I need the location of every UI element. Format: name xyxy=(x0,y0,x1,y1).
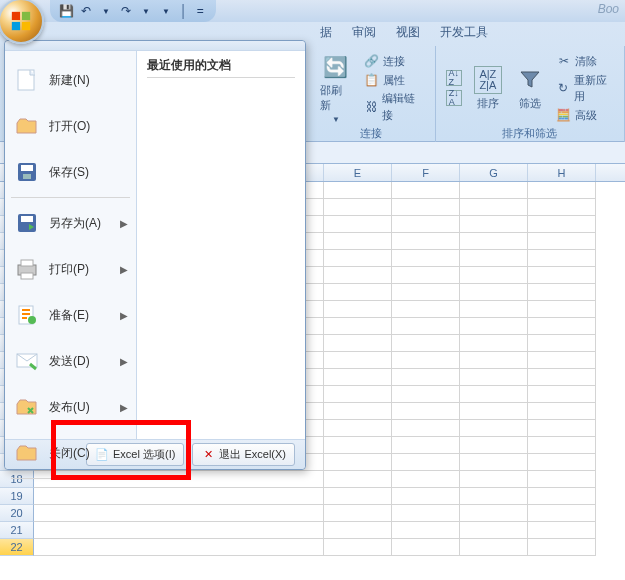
qat-customize-icon[interactable]: ▼ xyxy=(158,3,174,19)
cell[interactable] xyxy=(324,522,392,539)
cell[interactable] xyxy=(528,182,596,199)
menu-item-4[interactable]: 打印(P)▶ xyxy=(5,246,136,292)
sort-az-button[interactable]: A↓Z xyxy=(444,69,464,87)
cell[interactable] xyxy=(324,352,392,369)
cell[interactable] xyxy=(460,471,528,488)
cell[interactable] xyxy=(528,539,596,556)
sort-za-button[interactable]: Z↓A xyxy=(444,89,464,107)
exit-excel-button[interactable]: ✕ 退出 Excel(X) xyxy=(192,443,295,466)
cell[interactable] xyxy=(324,182,392,199)
cell[interactable] xyxy=(392,216,460,233)
menu-item-5[interactable]: 准备(E)▶ xyxy=(5,292,136,338)
cell[interactable] xyxy=(460,403,528,420)
tab-view[interactable]: 视图 xyxy=(386,21,430,44)
filter-button[interactable]: 筛选 xyxy=(512,64,548,113)
cell[interactable] xyxy=(324,284,392,301)
cell[interactable] xyxy=(324,403,392,420)
cell[interactable] xyxy=(324,250,392,267)
menu-item-8[interactable]: 关闭(C) xyxy=(5,430,136,476)
cell[interactable] xyxy=(392,403,460,420)
cell[interactable] xyxy=(392,199,460,216)
tab-review[interactable]: 审阅 xyxy=(342,21,386,44)
cell[interactable] xyxy=(324,505,392,522)
save-icon[interactable]: 💾 xyxy=(58,3,74,19)
cell[interactable] xyxy=(460,335,528,352)
cell[interactable] xyxy=(528,199,596,216)
cell[interactable] xyxy=(392,522,460,539)
cell[interactable] xyxy=(460,369,528,386)
cell[interactable] xyxy=(460,420,528,437)
col-head-f[interactable]: F xyxy=(392,164,460,181)
cell[interactable] xyxy=(528,352,596,369)
cell[interactable] xyxy=(392,386,460,403)
undo-more-icon[interactable]: ▼ xyxy=(98,3,114,19)
cell[interactable] xyxy=(392,454,460,471)
cell[interactable] xyxy=(460,488,528,505)
menu-item-1[interactable]: 打开(O) xyxy=(5,103,136,149)
cell[interactable] xyxy=(528,471,596,488)
cell[interactable] xyxy=(392,488,460,505)
cell[interactable] xyxy=(324,233,392,250)
row-head-22[interactable]: 22 xyxy=(0,539,34,556)
cell[interactable] xyxy=(460,250,528,267)
cell[interactable] xyxy=(392,437,460,454)
cell[interactable] xyxy=(460,539,528,556)
cell[interactable] xyxy=(460,352,528,369)
cell[interactable] xyxy=(392,301,460,318)
cell[interactable] xyxy=(460,454,528,471)
cell[interactable] xyxy=(392,420,460,437)
row-head-21[interactable]: 21 xyxy=(0,522,34,539)
connections-button[interactable]: 🔗连接 xyxy=(362,52,427,71)
col-head-e[interactable]: E xyxy=(324,164,392,181)
cell[interactable] xyxy=(392,267,460,284)
cell[interactable] xyxy=(460,182,528,199)
cell[interactable] xyxy=(460,437,528,454)
cell[interactable] xyxy=(528,216,596,233)
menu-item-2[interactable]: 保存(S) xyxy=(5,149,136,195)
cell[interactable] xyxy=(324,454,392,471)
cell[interactable] xyxy=(392,471,460,488)
cell[interactable] xyxy=(460,505,528,522)
cell[interactable] xyxy=(324,267,392,284)
cell[interactable] xyxy=(528,369,596,386)
refresh-all-button[interactable]: 🔄 邵刷新 ▼ xyxy=(316,51,356,126)
cell[interactable] xyxy=(460,267,528,284)
cell[interactable] xyxy=(392,505,460,522)
cell[interactable] xyxy=(528,233,596,250)
menu-item-6[interactable]: 发送(D)▶ xyxy=(5,338,136,384)
cell[interactable] xyxy=(528,505,596,522)
col-head-g[interactable]: G xyxy=(460,164,528,181)
cell[interactable] xyxy=(460,199,528,216)
cell[interactable] xyxy=(34,488,324,505)
cell[interactable] xyxy=(528,301,596,318)
cell[interactable] xyxy=(392,352,460,369)
cell[interactable] xyxy=(460,318,528,335)
redo-icon[interactable]: ↷ xyxy=(118,3,134,19)
cell[interactable] xyxy=(392,250,460,267)
cell[interactable] xyxy=(528,488,596,505)
cell[interactable] xyxy=(324,420,392,437)
cell[interactable] xyxy=(528,284,596,301)
row-head-20[interactable]: 20 xyxy=(0,505,34,522)
cell[interactable] xyxy=(34,505,324,522)
cell[interactable] xyxy=(324,335,392,352)
cell[interactable] xyxy=(528,318,596,335)
cell[interactable] xyxy=(392,284,460,301)
menu-item-3[interactable]: 另存为(A)▶ xyxy=(5,200,136,246)
cell[interactable] xyxy=(324,216,392,233)
cell[interactable] xyxy=(324,199,392,216)
cell[interactable] xyxy=(460,284,528,301)
cell[interactable] xyxy=(324,301,392,318)
cell[interactable] xyxy=(392,335,460,352)
properties-button[interactable]: 📋属性 xyxy=(362,71,427,90)
redo-more-icon[interactable]: ▼ xyxy=(138,3,154,19)
cell[interactable] xyxy=(392,318,460,335)
cell[interactable] xyxy=(34,539,324,556)
menu-item-0[interactable]: 新建(N) xyxy=(5,57,136,103)
cell[interactable] xyxy=(392,369,460,386)
cell[interactable] xyxy=(324,539,392,556)
cell[interactable] xyxy=(528,267,596,284)
menu-item-7[interactable]: 发布(U)▶ xyxy=(5,384,136,430)
cell[interactable] xyxy=(528,335,596,352)
cell[interactable] xyxy=(528,403,596,420)
